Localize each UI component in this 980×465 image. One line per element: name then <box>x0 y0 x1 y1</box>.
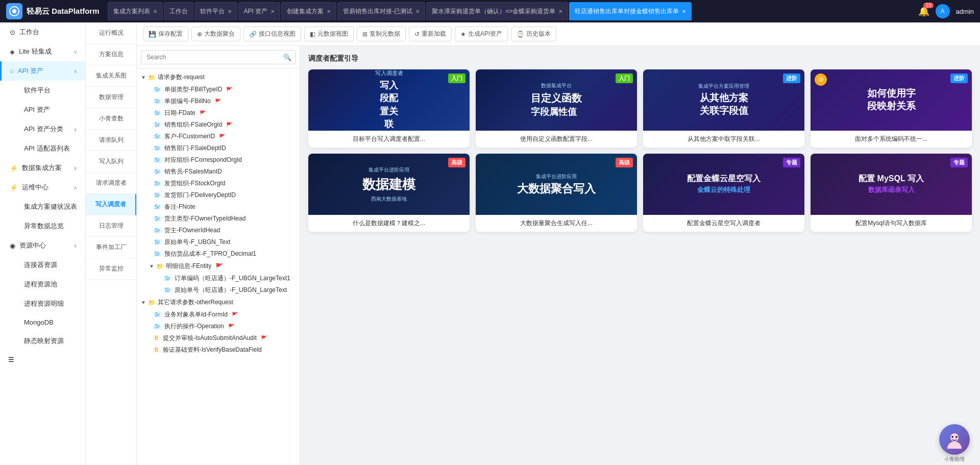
search-input[interactable] <box>141 50 296 64</box>
sidebar-item-mongodb[interactable]: MongoDB <box>14 313 85 331</box>
node-label-ftprodecimal1: 预估货品成本-F_TPRO_Decimal1 <box>164 250 256 258</box>
tree-node-fsalesmanid[interactable]: Sr 销售员-FSalesManID <box>137 166 300 178</box>
history-button[interactable]: ⌚ 历史版本 <box>511 27 556 41</box>
sidebar-item-process-pool[interactable]: 进程资源池 <box>14 275 85 294</box>
second-sidebar-item-exception-monitor[interactable]: 异常监控 <box>86 258 136 280</box>
tree-node-fowntypeidhead[interactable]: Sr 货主类型-FOwnerTypeIdHead <box>137 213 300 225</box>
sidebar-item-workspace[interactable]: ⊙ 工作台 <box>0 22 85 42</box>
meta-view-button[interactable]: ◧ 元数据视图 <box>304 27 354 41</box>
sidebar-item-static-mapping[interactable]: 静态映射资源 <box>14 331 85 351</box>
search-icon[interactable]: 🔍 <box>283 54 291 61</box>
sidebar-collapse-btn[interactable]: ☰ <box>0 351 85 369</box>
tab-item-t3[interactable]: API 资产✕ <box>238 2 281 20</box>
tree-node-fbillno[interactable]: Sr 单据编号-FBillNo 🚩 <box>137 95 300 107</box>
tab-item-t5[interactable]: 管易销售出库对接-已测试✕ <box>337 2 425 20</box>
floating-assistant[interactable]: 小青助理 <box>939 424 970 455</box>
sidebar-item-api-category[interactable]: API 资产分类 ∨ <box>14 119 85 139</box>
tab-item-t6[interactable]: 聚水潭采购退货单（确认）=>金蝶采购退货单✕ <box>426 2 568 20</box>
tab-item-t7[interactable]: 旺店通销售出库单对接金蝶销售出库单✕ <box>569 2 692 20</box>
second-sidebar-item-log-mgmt[interactable]: 日志管理 <box>86 215 136 237</box>
tree-node-fowneridhead[interactable]: Sr 货主-FOwnerIdHead <box>137 225 300 236</box>
card-title-4: 面对多个系统编码不统一... <box>811 131 972 148</box>
reload-button[interactable]: ↺ 重新加载 <box>409 27 452 41</box>
reload-icon: ↺ <box>414 31 420 38</box>
copy-meta-button[interactable]: ⊞ 复制元数据 <box>357 27 406 41</box>
sidebar-item-connector[interactable]: 连接器资源 <box>14 255 85 275</box>
flag-icon: 🚩 <box>232 312 238 317</box>
guide-card-6[interactable]: 高级 集成平台进阶应用 大数据聚合写入 大数据量聚合生成写入任... <box>476 154 637 232</box>
sidebar-label-lite: Lite 轻集成 <box>19 47 52 56</box>
tree-node-fdate[interactable]: Sr 日期-FDate 🚩 <box>137 107 300 119</box>
tree-node-fubgnlargetext1[interactable]: Sr 订单编码（旺店通）-F_UBGN_LargeText1 <box>137 273 300 284</box>
tab-close-icon[interactable]: ✕ <box>682 9 686 14</box>
sidebar-item-health[interactable]: 集成方案健状况表 <box>14 197 85 216</box>
tree-node-operation[interactable]: Sr 执行的操作-Operation 🚩 <box>137 321 300 332</box>
tree-folder-fentity[interactable]: ▼ 📁 明细信息-FEntity 🚩 <box>137 260 300 273</box>
second-sidebar-item-integration-diagram[interactable]: 集成关系图 <box>86 65 136 87</box>
tree-node-isverifybase[interactable]: B 验证基础资料-IsVerifyBaseDataField <box>137 344 300 356</box>
admin-label: admin <box>956 8 974 15</box>
tab-label: 工作台 <box>169 7 188 16</box>
interface-info-button[interactable]: 🔗 接口信息视图 <box>243 27 301 41</box>
guide-card-4[interactable]: 进阶 如何使用字段映射关系 ⚙ 面对多个系统编码不统一... <box>811 69 972 148</box>
save-config-label: 保存配置 <box>158 30 183 38</box>
tab-close-icon[interactable]: ✕ <box>327 9 331 14</box>
sidebar-item-api-resource[interactable]: API 资产 <box>14 100 85 119</box>
guide-card-2[interactable]: 入门 数据集成平台 目定义函数字段属性值 使用自定义函数配置字段... <box>476 69 637 148</box>
tree-node-fstockorgid[interactable]: Sr 发货组织-FStockOrgId <box>137 178 300 189</box>
tree-node-isautosubmit[interactable]: B 提交并审核-IsAutoSubmitAndAudit 🚩 <box>137 332 300 344</box>
second-sidebar-item-write-inspector[interactable]: 写入调度者 <box>86 194 136 215</box>
second-sidebar-item-scheme-info[interactable]: 方案信息 <box>86 44 136 65</box>
tab-close-icon[interactable]: ✕ <box>153 9 157 14</box>
tree-node-fsaleorgid[interactable]: Sr 销售组织-FSaleOrgId 🚩 <box>137 119 300 131</box>
tree-node-fbilltypeid[interactable]: Sr 单据类型-FBillTypeID 🚩 <box>137 84 300 95</box>
tree-node-fcustomerid[interactable]: Sr 客户-FCustomerID 🚩 <box>137 131 300 142</box>
tree-node-fubgnlargetext[interactable]: Sr 原始单号（旺店通）-F_UBGN_LargeText <box>137 284 300 296</box>
big-data-merge-button[interactable]: ⊕ 大数据聚合 <box>191 27 240 41</box>
notification-bell[interactable]: 🔔 10 <box>918 6 929 17</box>
card-title-5: 什么是数据建模？建模之... <box>308 215 470 232</box>
tab-close-icon[interactable]: ✕ <box>228 9 232 14</box>
sidebar-item-lite[interactable]: ◈ Lite 轻集成 ∨ <box>0 42 85 61</box>
sidebar-item-api-adapter[interactable]: API 适配器列表 <box>14 139 85 158</box>
node-type-str: Sr <box>153 239 161 245</box>
guide-card-5[interactable]: 高级 集成平台进阶应用 数据建模 西南大数据基地 什么是数据建模？建模之... <box>308 154 470 232</box>
tab-close-icon[interactable]: ✕ <box>558 9 562 14</box>
search-input-wrap: 🔍 <box>141 50 296 64</box>
tree-node-fubgntext[interactable]: Sr 原始单号-F_UBGN_Text <box>137 236 300 248</box>
tree-node-fcorrespondorgid[interactable]: Sr 对应组织-FCorrespondOrgId <box>137 154 300 166</box>
tab-item-t0[interactable]: 集成方案列表✕ <box>108 2 163 20</box>
second-sidebar-item-request-inspector[interactable]: 请求调度者 <box>86 173 136 194</box>
second-sidebar-item-overview[interactable]: 运行概况 <box>86 22 136 44</box>
tree-node-formid[interactable]: Sr 业务对象表单Id-FormId 🚩 <box>137 309 300 321</box>
sidebar-item-exception[interactable]: 异常数据总览 <box>14 216 85 236</box>
tab-item-t4[interactable]: 创建集成方案✕ <box>281 2 336 20</box>
sidebar-item-data-integration[interactable]: ⚡ 数据集成方案 ∨ <box>0 158 85 178</box>
tab-close-icon[interactable]: ✕ <box>271 9 275 14</box>
sidebar-item-ops-center[interactable]: ⚡ 运维中心 ∧ <box>0 178 85 197</box>
tree-folder-request[interactable]: ▼ 📁 请求参数-request <box>137 71 300 84</box>
tree-folder-otherrequest[interactable]: ▼ 📁 其它请求参数-otherRequest <box>137 296 300 309</box>
guide-card-3[interactable]: 进阶 集成平台方案应用管理 从其他方案关联字段值 从其他方案中取字段关联... <box>643 69 804 148</box>
tab-item-t1[interactable]: 工作台 <box>164 2 193 20</box>
guide-card-8[interactable]: 专题 配置 MySQL 写入数据库函表写入 配置Mysql语句写入数据库 <box>811 154 972 232</box>
sidebar-item-process-detail[interactable]: 进程资源明细 <box>14 294 85 313</box>
tab-close-icon[interactable]: ✕ <box>415 9 420 14</box>
second-sidebar-item-write-queue[interactable]: 写入队列 <box>86 151 136 173</box>
gen-api-button[interactable]: ★ 生成API资产 <box>455 27 508 41</box>
tab-item-t2[interactable]: 软件平台✕ <box>194 2 237 20</box>
guide-card-1[interactable]: 入门 写入调度者 写入段配置关联 目标平台写入调度者配置... <box>308 69 470 148</box>
sidebar-item-software-platform[interactable]: 软件平台 <box>14 81 85 100</box>
second-sidebar-item-event-factory[interactable]: 事件加工厂 <box>86 237 136 258</box>
tree-node-ftprodecimal1[interactable]: Sr 预估货品成本-F_TPRO_Decimal1 <box>137 248 300 260</box>
tree-node-fdeliverydeptid[interactable]: Sr 发货部门-FDeliveryDeptID <box>137 189 300 201</box>
tree-node-fsaledeptid[interactable]: Sr 销售部门-FSaleDeptID <box>137 142 300 154</box>
second-sidebar-item-request-queue[interactable]: 请求队列 <box>86 130 136 151</box>
sidebar-item-api-asset[interactable]: ○ API 资产 ∧ <box>0 61 85 81</box>
guide-card-7[interactable]: 专题 配置金蝶云星空写入金蝶云的特殊处理 配置金蝶云星空写入调度者 <box>643 154 804 232</box>
tree-node-fnote[interactable]: Sr 备注-FNote <box>137 201 300 213</box>
second-sidebar-item-xiaoqing-stats[interactable]: 小青查数 <box>86 108 136 130</box>
second-sidebar-item-data-mgmt[interactable]: 数据管理 <box>86 87 136 108</box>
save-config-button[interactable]: 💾 保存配置 <box>143 27 188 41</box>
sidebar-item-resource-center[interactable]: ◉ 资源中心 ∧ <box>0 236 85 255</box>
